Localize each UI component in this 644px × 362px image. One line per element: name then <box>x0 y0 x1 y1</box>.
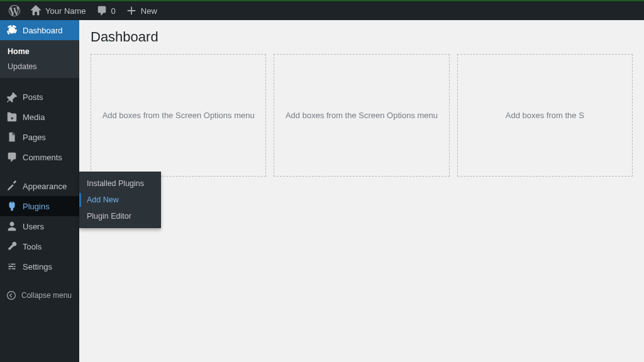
menu-settings-label: Settings <box>23 262 52 272</box>
placeholder-hint: Add boxes from the Screen Options menu <box>286 111 438 120</box>
wrench-icon <box>6 241 18 252</box>
wordpress-icon <box>9 5 20 16</box>
collapse-icon <box>6 290 16 300</box>
menu-appearance-label: Appearance <box>23 182 67 191</box>
menu-tools[interactable]: Tools <box>0 236 79 256</box>
collapse-menu[interactable]: Collapse menu <box>0 285 79 305</box>
media-icon <box>6 111 18 123</box>
menu-appearance[interactable]: Appearance <box>0 176 79 196</box>
flyout-add-new[interactable]: Add New <box>79 192 161 208</box>
menu-pages[interactable]: Pages <box>0 127 79 147</box>
menu-pages-label: Pages <box>23 133 46 142</box>
svg-point-0 <box>8 292 16 300</box>
comments-count: 0 <box>111 6 116 16</box>
top-accent-bar <box>0 0 644 1</box>
menu-posts[interactable]: Posts <box>0 87 79 107</box>
collapse-label: Collapse menu <box>21 291 72 300</box>
user-icon <box>6 221 18 232</box>
flyout-installed-plugins[interactable]: Installed Plugins <box>79 175 161 192</box>
new-content-link[interactable]: New <box>121 1 162 20</box>
empty-widget-placeholder: Add boxes from the Screen Options menu <box>91 54 266 177</box>
menu-plugins-label: Plugins <box>23 202 50 211</box>
menu-separator <box>0 78 79 87</box>
menu-separator <box>0 277 79 285</box>
menu-separator <box>0 167 79 176</box>
placeholder-hint: Add boxes from the Screen Options menu <box>103 111 255 120</box>
admin-sidebar: Dashboard Home Updates Posts Media Pages… <box>0 20 79 362</box>
pin-icon <box>6 91 18 102</box>
wp-logo-menu[interactable] <box>4 1 25 20</box>
menu-tools-label: Tools <box>23 242 42 251</box>
menu-media[interactable]: Media <box>0 107 79 127</box>
brush-icon <box>6 180 18 192</box>
menu-dashboard[interactable]: Dashboard <box>0 20 79 40</box>
page-title: Dashboard <box>91 29 633 45</box>
menu-users[interactable]: Users <box>0 216 79 236</box>
submenu-dashboard: Home Updates <box>0 40 79 78</box>
site-link[interactable]: Your Name <box>25 1 91 20</box>
menu-dashboard-label: Dashboard <box>23 26 63 35</box>
placeholder-hint: Add boxes from the S <box>506 111 584 120</box>
menu-settings[interactable]: Settings <box>0 256 79 277</box>
comment-icon <box>96 5 108 16</box>
page-icon <box>6 131 18 143</box>
comments-link[interactable]: 0 <box>91 1 121 20</box>
site-name-label: Your Name <box>45 6 86 16</box>
empty-widget-placeholder: Add boxes from the S <box>457 54 633 177</box>
new-label: New <box>141 6 157 16</box>
flyout-plugin-editor[interactable]: Plugin Editor <box>79 208 161 224</box>
empty-widget-placeholder: Add boxes from the Screen Options menu <box>274 54 449 177</box>
menu-comments-label: Comments <box>23 153 62 162</box>
plus-icon <box>126 5 137 16</box>
plugin-icon <box>6 200 18 212</box>
menu-plugins[interactable]: Plugins <box>0 196 79 216</box>
menu-comments[interactable]: Comments <box>0 147 79 167</box>
plugins-flyout: Installed Plugins Add New Plugin Editor <box>79 172 161 228</box>
dashboard-widget-area: Add boxes from the Screen Options menu A… <box>91 54 633 177</box>
menu-posts-label: Posts <box>23 92 43 102</box>
comments-icon <box>6 151 18 163</box>
admin-toolbar: Your Name 0 New <box>0 0 644 20</box>
dashboard-icon <box>6 25 18 36</box>
menu-media-label: Media <box>23 112 45 122</box>
home-icon <box>30 5 42 16</box>
main-content: Dashboard Add boxes from the Screen Opti… <box>79 20 644 362</box>
submenu-updates[interactable]: Updates <box>0 59 79 74</box>
sliders-icon <box>6 261 18 272</box>
submenu-home[interactable]: Home <box>0 44 79 59</box>
menu-users-label: Users <box>23 222 44 231</box>
